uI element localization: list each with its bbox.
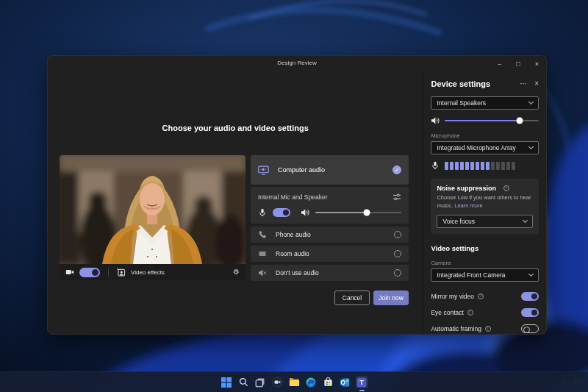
video-toggles: Mirror my video i Eye contact i Automati…: [431, 288, 539, 335]
close-button[interactable]: ×: [535, 61, 539, 68]
speaker-dropdown[interactable]: Internal Speakers: [431, 96, 539, 110]
window-title: Design Review: [48, 60, 546, 66]
no-audio-option[interactable]: Don't use audio: [251, 265, 409, 281]
call-volume-slider[interactable]: [315, 212, 401, 213]
audio-device-name: Internal Mic and Speaker: [258, 193, 328, 201]
task-view-icon[interactable]: [254, 376, 267, 388]
eye-contact-label: Eye contact: [431, 309, 463, 316]
learn-more-link[interactable]: Learn more: [454, 202, 482, 209]
audio-settings-filter-icon[interactable]: [392, 193, 401, 202]
no-audio-label: Don't use audio: [276, 269, 319, 277]
prejoin-main: Choose your audio and video settings: [48, 72, 423, 334]
noise-suppression-card: Noise suppression i Choose Low if you wa…: [431, 179, 539, 234]
outlook-icon[interactable]: [339, 376, 351, 388]
camera-preview-image: [60, 155, 245, 264]
chevron-down-icon: [528, 144, 534, 149]
phone-icon: [258, 230, 267, 239]
start-button[interactable]: [220, 376, 233, 388]
mic-icon: [431, 161, 440, 170]
camera-toggle[interactable]: [79, 268, 100, 277]
noise-suppression-title: Noise suppression: [437, 185, 496, 192]
computer-audio-label: Computer audio: [278, 166, 325, 174]
microphone-dropdown[interactable]: Integrated Microphone Array: [431, 141, 539, 154]
edge-icon[interactable]: [305, 376, 318, 388]
room-icon: [258, 249, 267, 258]
eye-contact-toggle[interactable]: [521, 308, 539, 317]
divider: [108, 268, 109, 277]
phone-audio-radio[interactable]: [394, 231, 401, 238]
mic-icon: [258, 208, 267, 217]
device-settings-panel: Device settings ⋯ × Internal Speakers Mi…: [423, 72, 546, 334]
room-audio-label: Room audio: [276, 250, 309, 257]
computer-audio-selected-check: [392, 165, 401, 174]
mic-level-meter: [445, 162, 515, 170]
noise-suppression-value: Voice focus: [442, 218, 474, 225]
taskbar: T: [0, 371, 588, 392]
speaker-icon: [301, 208, 309, 217]
window-controls: – □ ×: [498, 56, 539, 72]
panel-title: Device settings: [431, 79, 490, 88]
camera-value: Integrated Front Camera: [437, 271, 505, 279]
mirror-my-video-label: Mirror my video: [431, 293, 474, 300]
video-effects-icon: [117, 268, 126, 277]
no-audio-radio[interactable]: [394, 269, 401, 277]
camera-dropdown[interactable]: Integrated Front Camera: [431, 268, 539, 282]
maximize-button[interactable]: □: [516, 61, 520, 68]
room-audio-option[interactable]: Room audio: [251, 246, 409, 262]
title-bar: Design Review – □ ×: [48, 56, 546, 72]
speaker-volume-slider[interactable]: [445, 120, 539, 121]
person-video-still: [60, 155, 245, 264]
mirror-my-video-toggle[interactable]: [521, 292, 539, 301]
teams-icon[interactable]: T: [356, 376, 368, 388]
audio-options: Computer audio Internal Mic and Speaker: [251, 155, 409, 281]
info-icon[interactable]: i: [478, 293, 484, 299]
camera-app-icon[interactable]: [271, 376, 284, 388]
video-effects-button[interactable]: Video effects: [131, 269, 165, 276]
action-buttons: Cancel Join now: [251, 291, 409, 305]
search-icon[interactable]: [237, 376, 250, 388]
info-icon[interactable]: i: [485, 326, 491, 332]
automatic-framing-toggle[interactable]: [521, 324, 539, 333]
camera-icon: [65, 268, 74, 277]
noise-suppression-desc: Choose Low if you want others to hear mu…: [437, 194, 531, 209]
video-preview-toolbar: Video effects ⚙: [60, 264, 245, 280]
room-audio-radio[interactable]: [394, 250, 401, 257]
automatic-framing-label: Automatic framing: [431, 325, 481, 332]
speaker-value: Internal Speakers: [437, 99, 486, 107]
computer-audio-details: Internal Mic and Speaker: [251, 187, 409, 224]
gear-icon[interactable]: ⚙: [233, 268, 240, 276]
teams-prejoin-window: Design Review – □ × Choose your audio an…: [47, 55, 547, 335]
mic-toggle[interactable]: [273, 208, 290, 217]
store-icon[interactable]: [322, 376, 334, 388]
automatic-framing-row: Automatic framing i: [431, 321, 539, 335]
phone-audio-label: Phone audio: [276, 231, 311, 238]
chevron-down-icon: [523, 218, 528, 223]
eye-contact-row: Eye contact i: [431, 304, 539, 321]
minimize-button[interactable]: –: [498, 61, 501, 68]
video-settings-heading: Video settings: [431, 244, 539, 252]
mirror-my-video-row: Mirror my video i: [431, 288, 539, 304]
cancel-button[interactable]: Cancel: [334, 291, 370, 305]
window-content: Choose your audio and video settings: [48, 72, 546, 334]
phone-audio-option[interactable]: Phone audio: [251, 227, 409, 243]
more-options-icon[interactable]: ⋯: [520, 80, 527, 88]
chevron-down-icon: [528, 99, 534, 104]
file-explorer-icon[interactable]: [288, 376, 301, 388]
noise-suppression-dropdown[interactable]: Voice focus: [437, 215, 533, 228]
computer-audio-option[interactable]: Computer audio: [251, 155, 409, 185]
speaker-off-icon: [258, 268, 267, 277]
microphone-value: Integrated Microphone Array: [437, 144, 515, 152]
info-icon[interactable]: i: [503, 185, 509, 191]
computer-audio-icon: [258, 165, 269, 175]
desktop: Design Review – □ × Choose your audio an…: [0, 0, 588, 392]
panel-close-icon[interactable]: ×: [534, 80, 539, 88]
microphone-label: Microphone: [431, 132, 539, 139]
page-title: Choose your audio and video settings: [48, 124, 423, 132]
camera-label: Camera: [431, 260, 539, 266]
svg-text:T: T: [359, 379, 364, 386]
video-preview: Video effects ⚙: [60, 155, 245, 280]
join-now-button[interactable]: Join now: [373, 291, 409, 305]
info-icon[interactable]: i: [467, 310, 473, 316]
speaker-icon: [431, 116, 440, 125]
chevron-down-icon: [528, 271, 534, 277]
